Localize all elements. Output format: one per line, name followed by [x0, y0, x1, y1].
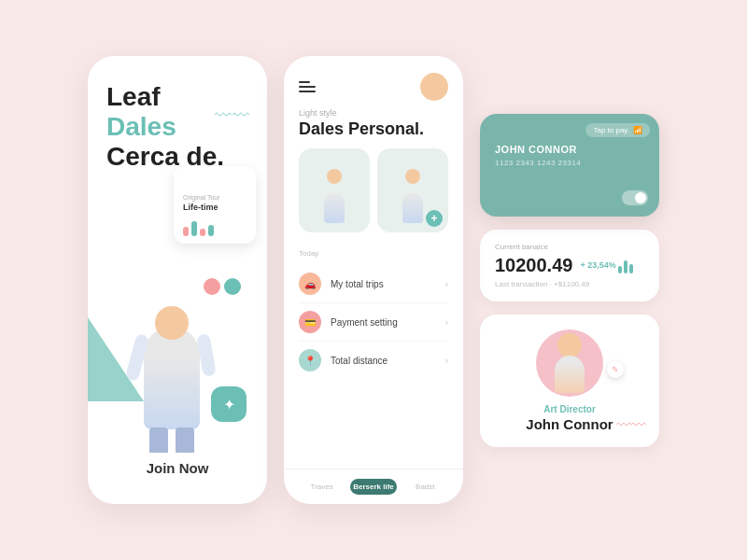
card-title: Dales Personal.: [284, 119, 463, 148]
card-title: Leaf Dales Cerca de.: [106, 82, 248, 173]
menu-label-trips: My total trips: [331, 279, 384, 289]
menu-item-distance[interactable]: 📍 Total distance ›: [299, 342, 448, 379]
nav-tab-berserk[interactable]: Berserk life: [350, 479, 396, 495]
card-intro: Leaf Dales Cerca de. 〰〰 Original Tour Li…: [88, 56, 267, 504]
bottom-navigation: Traves Berserk life Badst: [284, 469, 463, 504]
card-personal: Light style Dales Personal. + Today 🚗 My…: [284, 56, 463, 504]
profile-figure-head: [557, 333, 582, 357]
profile-avatar: [536, 329, 603, 397]
balance-row: 10200.49 + 23,54%: [495, 255, 644, 276]
arrow-icon-payment: ›: [445, 317, 448, 328]
arrow-icon-distance: ›: [445, 356, 448, 366]
balance-label: Current banalce: [495, 243, 644, 251]
avatar[interactable]: [420, 73, 448, 101]
mini-card-value: Life-time: [183, 203, 247, 212]
action-icon-button[interactable]: ✦: [211, 386, 247, 422]
join-now-button[interactable]: Join Now: [132, 453, 224, 483]
menu-icon-distance: 📍: [299, 349, 321, 371]
mini-bar-chart: [183, 217, 247, 236]
menu-section-label: Today: [299, 249, 448, 258]
menu-icon-payment: 💳: [299, 311, 321, 333]
credit-card: Tap to pay. 📶 JOHN CONNOR 1123 2343 1243…: [480, 114, 659, 217]
profile-figure: [546, 333, 593, 393]
figure-arm-right: [196, 333, 217, 377]
menu-icon-trips: 🚗: [299, 273, 321, 295]
bar-1: [183, 227, 189, 236]
figure-head: [155, 306, 189, 340]
menu-item-payment[interactable]: 💳 Payment setting ›: [299, 303, 448, 342]
bar-c1: [618, 266, 622, 273]
add-icon[interactable]: +: [426, 210, 443, 227]
card-toggle-switch[interactable]: [622, 190, 648, 205]
mini-card-label: Original Tour: [183, 194, 247, 201]
transaction-label: Last transaction · +$1100.49: [495, 280, 644, 288]
figure-body: [144, 327, 200, 429]
bar-3: [200, 229, 205, 236]
menu-item-trips[interactable]: 🚗 My total trips ›: [299, 265, 448, 303]
profile-figure-body: [555, 356, 585, 393]
balance-amount: 10200.49: [495, 255, 572, 276]
nav-tab-traves[interactable]: Traves: [299, 479, 345, 495]
figure-arm-left: [125, 333, 149, 382]
profile-role: Art Director: [543, 404, 596, 414]
menu-section: Today 🚗 My total trips › 💳 Payment setti…: [284, 242, 463, 469]
bar-2: [191, 221, 197, 236]
tap-to-pay-label: Tap to pay. 📶: [585, 123, 650, 137]
balance-card: Current banalce 10200.49 + 23,54% Last t…: [480, 230, 659, 301]
menu-label-distance: Total distance: [331, 356, 388, 366]
card-holder-name: JOHN CONNOR: [495, 144, 644, 155]
wave-decoration-right: 〰〰: [616, 417, 646, 434]
nfc-icon: 📶: [633, 126, 642, 134]
image-2: +: [377, 148, 448, 232]
profile-card: ✎ Art Director John Connor 〰〰: [480, 315, 659, 447]
card-3-group: Tap to pay. 📶 JOHN CONNOR 1123 2343 1243…: [480, 114, 659, 447]
card-number: 1123 2343 1243 23314: [495, 159, 644, 167]
image-1: [299, 148, 370, 232]
menu-label-payment: Payment setting: [331, 317, 398, 328]
image-row: +: [284, 148, 463, 242]
edit-icon[interactable]: ✎: [607, 361, 624, 378]
card-subtitle: Light style: [284, 108, 463, 119]
nav-tab-badst[interactable]: Badst: [402, 479, 448, 495]
arrow-icon-trips: ›: [445, 279, 448, 289]
balance-change: + 23,54%: [580, 257, 632, 273]
bar-c2: [624, 260, 627, 273]
bar-c3: [629, 264, 633, 273]
bar-4: [208, 225, 214, 236]
avatar-img: [425, 79, 444, 98]
balance-chart: [618, 257, 633, 273]
hamburger-menu-icon[interactable]: [299, 81, 316, 92]
profile-name: John Connor: [526, 416, 613, 432]
mini-tour-card: Original Tour Life-time: [174, 166, 256, 244]
card-header: [284, 56, 463, 108]
